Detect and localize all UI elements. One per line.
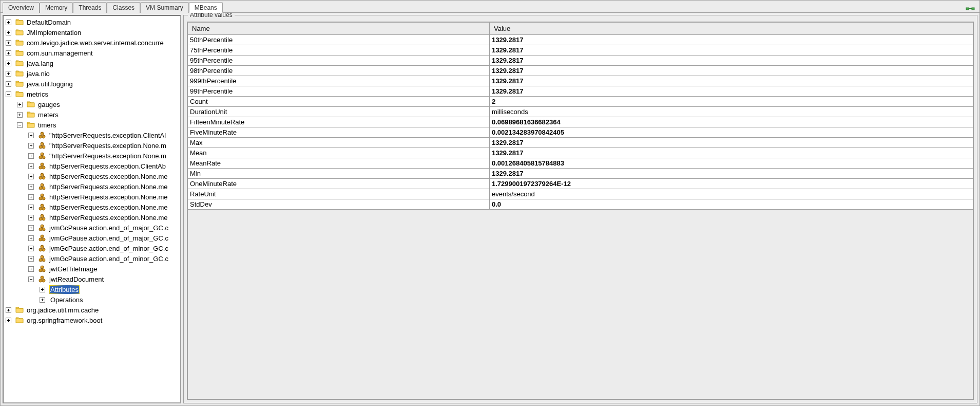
tree-label[interactable]: com.levigo.jadice.web.server.internal.co… [26, 39, 165, 47]
tab-classes[interactable]: Classes [107, 2, 140, 13]
expand-icon[interactable] [6, 318, 11, 323]
attr-name-cell[interactable]: Count [188, 97, 490, 107]
attr-value-cell[interactable]: 2 [490, 97, 973, 107]
table-row[interactable]: Min1329.2817 [188, 169, 973, 179]
expand-icon[interactable] [28, 174, 34, 179]
attr-name-cell[interactable]: 99thPercentile [188, 86, 490, 97]
attr-value-cell[interactable]: 1329.2817 [490, 76, 973, 86]
expand-icon[interactable] [28, 194, 34, 200]
attr-name-cell[interactable]: MeanRate [188, 158, 490, 169]
collapse-icon[interactable] [17, 122, 23, 128]
expand-icon[interactable] [6, 50, 11, 56]
table-row[interactable]: Count2 [188, 97, 973, 107]
attr-value-cell[interactable]: 1329.2817 [490, 66, 973, 76]
expand-icon[interactable] [28, 184, 34, 190]
attr-value-cell[interactable]: 1329.2817 [490, 86, 973, 97]
table-row[interactable]: FifteenMinuteRate0.06989681636682364 [188, 117, 973, 127]
attr-name-cell[interactable]: Min [188, 169, 490, 179]
tab-mbeans[interactable]: MBeans [189, 2, 223, 13]
tree-label[interactable]: "httpServerRequests.exception.None.m [48, 152, 167, 160]
tree-label[interactable]: org.springframework.boot [26, 317, 103, 324]
tree-label[interactable]: jvmGcPause.action.end_of_major_GC.c [48, 224, 169, 232]
tree-row[interactable]: httpServerRequests.exception.None.me [4, 181, 180, 192]
tree-row[interactable]: "httpServerRequests.exception.ClientAl [4, 130, 180, 140]
tree-label[interactable]: JMImplementation [26, 29, 82, 36]
tree-row[interactable]: DefaultDomain [4, 17, 180, 27]
tree-label[interactable]: timers [37, 121, 57, 129]
table-row[interactable]: Mean1329.2817 [188, 148, 973, 158]
attr-value-cell[interactable]: 1329.2817 [490, 35, 973, 45]
table-row[interactable]: 75thPercentile1329.2817 [188, 45, 973, 56]
tree-row[interactable]: JMImplementation [4, 27, 180, 38]
expand-icon[interactable] [40, 287, 45, 292]
attr-name-cell[interactable]: FiveMinuteRate [188, 127, 490, 138]
table-row[interactable]: FiveMinuteRate0.002134283970842405 [188, 127, 973, 138]
expand-icon[interactable] [28, 256, 34, 262]
attr-value-cell[interactable]: 1.7299001972379264E-12 [490, 179, 973, 189]
table-row[interactable]: 999thPercentile1329.2817 [188, 76, 973, 86]
expand-icon[interactable] [6, 61, 11, 66]
tree-label[interactable]: DefaultDomain [26, 19, 72, 26]
tree-row[interactable]: gauges [4, 99, 180, 109]
attr-value-cell[interactable]: 1329.2817 [490, 56, 973, 66]
tree-label[interactable]: java.lang [26, 60, 54, 67]
tree-row[interactable]: jvmGcPause.action.end_of_minor_GC.c [4, 253, 180, 264]
attr-name-cell[interactable]: 75thPercentile [188, 45, 490, 56]
attr-value-cell[interactable]: milliseconds [490, 107, 973, 117]
tree-row[interactable]: httpServerRequests.exception.None.me [4, 212, 180, 223]
tree-label[interactable]: jvmGcPause.action.end_of_major_GC.c [48, 234, 169, 242]
expand-icon[interactable] [6, 40, 11, 46]
tree-label[interactable]: httpServerRequests.exception.ClientAb [48, 162, 167, 170]
tree-label[interactable]: gauges [37, 101, 61, 108]
tree-row[interactable]: com.levigo.jadice.web.server.internal.co… [4, 38, 180, 48]
tree-label[interactable]: java.util.logging [26, 80, 74, 88]
expand-icon[interactable] [40, 297, 45, 303]
tab-threads[interactable]: Threads [73, 2, 107, 13]
attr-value-cell[interactable]: 1329.2817 [490, 45, 973, 56]
attr-name-cell[interactable]: Max [188, 138, 490, 148]
table-row[interactable]: 98thPercentile1329.2817 [188, 66, 973, 76]
expand-icon[interactable] [28, 235, 34, 241]
tree-label[interactable]: jvmGcPause.action.end_of_minor_GC.c [48, 255, 169, 263]
tree-row[interactable]: meters [4, 109, 180, 120]
expand-icon[interactable] [28, 225, 34, 231]
tree-label[interactable]: "httpServerRequests.exception.ClientAl [48, 132, 167, 139]
attr-value-cell[interactable]: 1329.2817 [490, 138, 973, 148]
table-row[interactable]: RateUnitevents/second [188, 189, 973, 199]
tree-label[interactable]: httpServerRequests.exception.None.me [48, 214, 169, 222]
table-row[interactable]: StdDev0.0 [188, 199, 973, 210]
expand-icon[interactable] [6, 81, 11, 87]
tree-row[interactable]: "httpServerRequests.exception.None.m [4, 140, 180, 151]
tree-row[interactable]: org.jadice.util.mm.cache [4, 305, 180, 315]
tree-row[interactable]: jvmGcPause.action.end_of_minor_GC.c [4, 243, 180, 253]
attr-name-cell[interactable]: 999thPercentile [188, 76, 490, 86]
collapse-icon[interactable] [28, 276, 34, 282]
expand-icon[interactable] [28, 163, 34, 169]
tree-row[interactable]: timers [4, 120, 180, 130]
tree-label[interactable]: "httpServerRequests.exception.None.m [48, 142, 167, 150]
table-row[interactable]: OneMinuteRate1.7299001972379264E-12 [188, 179, 973, 189]
tree-row[interactable]: jwtReadDocument [4, 274, 180, 284]
attr-value-cell[interactable]: events/second [490, 189, 973, 199]
expand-icon[interactable] [28, 215, 34, 220]
tree-label[interactable]: jvmGcPause.action.end_of_minor_GC.c [48, 245, 169, 252]
tree-row[interactable]: metrics [4, 89, 180, 99]
collapse-icon[interactable] [6, 91, 11, 97]
column-header-value[interactable]: Value [490, 23, 973, 35]
tree-label[interactable]: Operations [49, 296, 84, 304]
attr-name-cell[interactable]: 50thPercentile [188, 35, 490, 45]
tree-row[interactable]: com.sun.management [4, 48, 180, 58]
tree-label[interactable]: httpServerRequests.exception.None.me [48, 193, 169, 201]
table-row[interactable]: DurationUnitmilliseconds [188, 107, 973, 117]
tab-vm-summary[interactable]: VM Summary [140, 2, 189, 13]
attr-value-cell[interactable]: 0.06989681636682364 [490, 117, 973, 127]
attr-value-cell[interactable]: 0.001268405815784883 [490, 158, 973, 169]
table-row[interactable]: 99thPercentile1329.2817 [188, 86, 973, 97]
tree-row[interactable]: "httpServerRequests.exception.None.m [4, 151, 180, 161]
expand-icon[interactable] [6, 71, 11, 77]
attr-name-cell[interactable]: Mean [188, 148, 490, 158]
expand-icon[interactable] [17, 102, 23, 107]
tree-row[interactable]: jwtGetTileImage [4, 264, 180, 274]
tree-row[interactable]: jvmGcPause.action.end_of_major_GC.c [4, 223, 180, 233]
tree-row[interactable]: org.springframework.boot [4, 315, 180, 325]
